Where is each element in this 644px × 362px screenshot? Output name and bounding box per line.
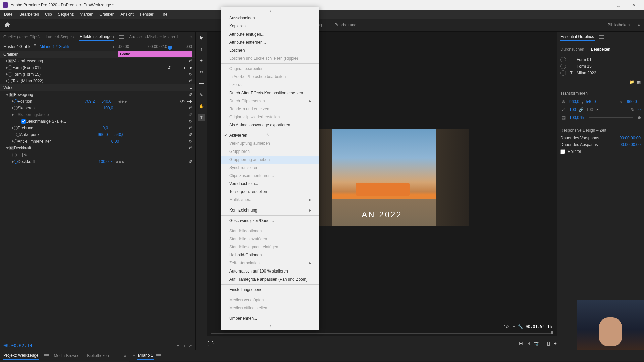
eye-icon[interactable] xyxy=(560,70,566,76)
tab-lumetri[interactable]: Lumetri-Scopes xyxy=(45,33,74,41)
eg-pos-x[interactable]: 960,0 xyxy=(569,99,579,104)
reset-icon[interactable]: ↺ xyxy=(189,119,192,124)
drehung-value[interactable]: 0,0 xyxy=(103,126,119,130)
home-icon[interactable] xyxy=(4,22,11,28)
new-layer-folder-icon[interactable]: 📁 xyxy=(629,80,634,84)
ctx-remove-attributes[interactable]: Attribute entfernen... xyxy=(221,38,319,46)
export-frame-icon[interactable]: 📷 xyxy=(534,341,539,346)
ctx-paste-attributes[interactable]: Attribute einfügen... xyxy=(221,30,319,38)
position-x[interactable]: 709,2 xyxy=(85,99,101,104)
scroll-down-icon[interactable]: ▾ xyxy=(221,322,319,328)
vektorbewegung-label[interactable]: Vektorbewegung xyxy=(13,59,43,63)
ctx-enable[interactable]: Aktivieren xyxy=(221,131,319,139)
eg-rotation[interactable]: 0 xyxy=(638,107,641,112)
effect-timecode[interactable]: 00:00:02:14 xyxy=(3,343,32,348)
effect-play-icon[interactable]: ▸ xyxy=(113,44,115,49)
flimmer-value[interactable]: 0,00 xyxy=(111,139,128,144)
reset-icon[interactable]: ↺ xyxy=(189,132,192,137)
eg-scale[interactable]: 100 xyxy=(569,107,576,112)
reset-icon[interactable]: ↺ xyxy=(189,146,192,150)
overwrite-icon[interactable]: ⊡ xyxy=(526,341,530,346)
ctx-delete[interactable]: Löschen xyxy=(221,46,319,54)
workspace-tab-bibliotheken[interactable]: Bibliotheken xyxy=(606,20,631,30)
tab-media-browser[interactable]: Media-Browser xyxy=(53,352,82,359)
ctx-fit-frame[interactable]: Auf Framegröße anpassen (Pan und Zoom) xyxy=(221,275,319,283)
stopwatch-icon[interactable] xyxy=(14,139,18,143)
program-scrubber[interactable] xyxy=(211,333,553,334)
menu-grafiken[interactable]: Grafiken xyxy=(97,11,117,18)
layer-form15[interactable]: Form 15 xyxy=(560,63,641,70)
filter-icon[interactable]: ▼ xyxy=(176,343,180,348)
tab-audioclip[interactable]: Audioclip-Mischer: Milano 1 xyxy=(128,33,179,41)
toggle-icon[interactable] xyxy=(8,65,12,70)
effect-grafik-bar[interactable]: Grafik xyxy=(118,51,192,57)
effect-playhead[interactable] xyxy=(168,46,172,50)
reset-icon[interactable]: ↺ xyxy=(167,65,171,70)
mark-in-icon[interactable]: { xyxy=(207,341,209,346)
panel-menu-icon[interactable] xyxy=(156,354,161,357)
stopwatch-icon[interactable] xyxy=(14,99,18,103)
reset-icon[interactable]: ↺ xyxy=(189,72,192,77)
stopwatch-icon[interactable] xyxy=(14,126,18,130)
eg-opacity[interactable]: 100,0 % xyxy=(569,115,584,120)
gleichmaessig-checkbox[interactable] xyxy=(21,119,26,124)
opacity-slider[interactable] xyxy=(589,117,633,118)
tab-quelle[interactable]: Quelle: (keine Clips) xyxy=(3,33,40,41)
tab-effekt[interactable]: Effekteinstellungen xyxy=(79,33,114,41)
scroll-up-icon[interactable]: ▴ xyxy=(221,8,319,14)
ctx-scale-100[interactable]: Automatisch auf 100 % skalieren xyxy=(221,267,319,275)
mark-out-icon[interactable]: } xyxy=(212,341,214,346)
effect-btn-2[interactable]: ↗ xyxy=(189,343,192,348)
ctx-speed-duration[interactable]: Geschwindigkeit/Dauer... xyxy=(221,217,319,225)
panel-menu-icon[interactable] xyxy=(119,35,124,39)
eg-anchor[interactable]: 960,0 xyxy=(627,99,637,104)
keyframe-nav[interactable]: ◀◆▶ xyxy=(115,160,125,164)
menu-bearbeiten[interactable]: Bearbeiten xyxy=(17,11,42,18)
fx-badge[interactable]: fx xyxy=(9,146,14,150)
panel-overflow-icon[interactable]: » xyxy=(124,353,126,358)
resolution-dropdown[interactable]: 1/2 xyxy=(504,324,510,329)
ctx-copy[interactable]: Kopieren xyxy=(221,22,319,30)
deckkraft-value[interactable]: 100,0 % xyxy=(99,159,115,164)
intro-duration-value[interactable]: 00:00:00:00 xyxy=(620,136,641,140)
tab-essential-graphics[interactable]: Essential Graphics xyxy=(560,33,595,41)
anker-x[interactable]: 960,0 xyxy=(98,132,114,137)
reset-icon[interactable]: ↺ xyxy=(189,159,192,164)
stopwatch-icon[interactable] xyxy=(14,106,18,110)
wrench-icon[interactable]: 🔧 xyxy=(518,324,523,329)
fx-badge[interactable]: fx xyxy=(9,93,14,97)
stopwatch-icon[interactable] xyxy=(16,133,20,137)
ellipse-mask-icon[interactable] xyxy=(12,153,17,157)
stopwatch-icon[interactable] xyxy=(14,160,18,164)
menu-fenster[interactable]: Fenster xyxy=(137,11,156,18)
insert-icon[interactable]: ⊞ xyxy=(519,341,523,346)
reset-icon[interactable]: ↺ xyxy=(189,106,192,110)
fx-badge[interactable]: fx xyxy=(8,59,13,63)
reset-icon[interactable]: ↺ xyxy=(189,79,192,83)
chevron-down-icon[interactable] xyxy=(34,44,36,46)
form01-label[interactable]: Form (Form 01) xyxy=(12,65,41,70)
eye-icon[interactable] xyxy=(560,57,566,62)
ctx-field-options[interactable]: Halbbild-Optionen... xyxy=(221,251,319,259)
razor-tool[interactable]: ✂ xyxy=(198,68,205,76)
sequence-tab[interactable]: Milano 1 xyxy=(137,352,154,360)
selection-tool[interactable] xyxy=(198,34,205,42)
ctx-cut[interactable]: Ausschneiden xyxy=(221,14,319,22)
pen-mask-icon[interactable]: ✎ xyxy=(24,153,28,157)
close-seq-icon[interactable]: × xyxy=(133,353,135,358)
rect-mask-icon[interactable] xyxy=(18,153,23,157)
menu-marken[interactable]: Marken xyxy=(77,11,96,18)
reset-icon[interactable]: ↺ xyxy=(189,59,192,63)
menu-clip[interactable]: Clip xyxy=(42,11,55,18)
anker-y[interactable]: 540,0 xyxy=(114,132,131,137)
menu-ansicht[interactable]: Ansicht xyxy=(118,11,136,18)
workspace-overflow-icon[interactable]: » xyxy=(638,23,640,27)
panel-menu-icon[interactable] xyxy=(44,354,49,357)
ctx-label[interactable]: Kennzeichnung xyxy=(221,206,319,214)
tab-projekt[interactable]: Projekt: Werkzeuge xyxy=(3,352,39,360)
link-icon[interactable]: 🔗 xyxy=(579,107,584,112)
outro-duration-value[interactable]: 00:00:00:00 xyxy=(620,142,641,147)
panel-menu-icon[interactable] xyxy=(599,35,604,39)
ctx-rename[interactable]: Umbenennen... xyxy=(221,314,319,322)
menu-hilfe[interactable]: Hilfe xyxy=(157,11,170,18)
